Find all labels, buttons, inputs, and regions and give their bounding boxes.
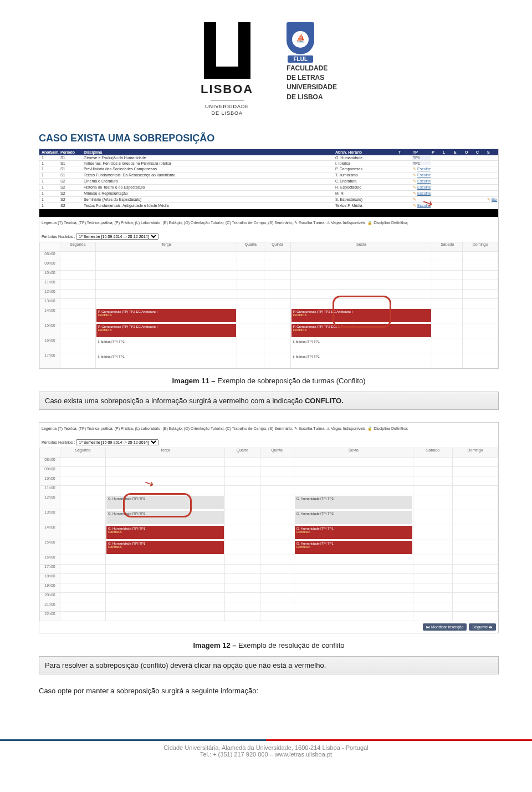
day-header: Sábado (432, 242, 463, 251)
calendar-cell (432, 338, 463, 353)
calendar-cell (225, 476, 260, 485)
s-cell (486, 156, 497, 160)
class-block[interactable]: G. Humanidade [TP] TP2 (295, 496, 412, 509)
class-block[interactable]: I. Ibérica [TP] TP1 (96, 339, 236, 352)
calendar-cell (225, 602, 260, 611)
calendar-cell (294, 592, 413, 602)
hour-cell: 22h00 (40, 611, 60, 621)
calendar-cell (95, 280, 237, 289)
calendar-cell (290, 261, 432, 270)
class-block-conflict[interactable]: P. Camponesas [TP] TP2 EC Anfiteatro ICo… (291, 309, 431, 322)
s-cell (486, 191, 497, 196)
calendar-cell: P. Camponesas [TP] TP2 EC Anfiteatro ICo… (95, 323, 237, 338)
s-cell[interactable]: ✎Escolher (486, 197, 497, 202)
flul-shield-icon (287, 22, 314, 54)
calendar-cell (225, 583, 260, 592)
class-block-conflict[interactable]: G. Humanidade [TP] TP1Conflito⚠ (106, 541, 224, 554)
calendar-cell (237, 308, 264, 323)
calendar-cell (413, 466, 453, 476)
period-select[interactable]: 1º Semestre [15-09-2014 -> 20-12-2014] (76, 233, 158, 240)
day-header: Segunda (60, 242, 96, 251)
calendar-cell (60, 353, 96, 368)
calendar-cell (60, 611, 106, 621)
class-block-conflict[interactable]: G. Humanidade [TP] TP1Conflito⚠ (106, 526, 224, 539)
button-bar: ⏮ Modificar Inscrição Seguinte ⏭ (39, 621, 498, 633)
hour-cell: 20h00 (40, 592, 60, 602)
table-row: 1S1Textos Fundamentais: Da Renascença ao… (39, 172, 498, 179)
hour-cell: 15h00 (40, 323, 60, 338)
hour-cell: 14h00 (40, 308, 60, 323)
calendar-cell (413, 583, 453, 592)
day-header: Domingo (463, 242, 498, 251)
tp-cell[interactable]: ✎Escolher (412, 167, 431, 171)
calendar-cell (237, 289, 264, 298)
hour-cell: 17h00 (40, 353, 60, 368)
class-block[interactable]: I. Ibérica [TP] TP1 (291, 354, 431, 367)
calendar-cell (60, 583, 106, 592)
calendar-cell (264, 270, 290, 280)
class-block-conflict[interactable]: G. Humanidade [TP] TP1Conflito⚠ (295, 541, 412, 554)
calendar-cell (432, 261, 463, 270)
calendar-cell (264, 280, 290, 289)
class-block-conflict[interactable]: P. Camponesas [TP] TP2 EC Anfiteatro ICo… (96, 324, 236, 337)
tp-cell[interactable]: ✎Escolher (412, 185, 431, 190)
flul-line2: DE LETRAS (287, 74, 324, 82)
tp-cell: TP1 (412, 161, 431, 165)
class-block[interactable]: G. Humanidade [TP] TP2 (106, 511, 224, 524)
calendar-cell (432, 353, 463, 368)
class-block[interactable]: I. Ibérica [TP] TP1 (291, 339, 431, 352)
calendar-cell (413, 495, 453, 510)
calendar-cell (413, 573, 453, 583)
hour-cell: 18h00 (40, 573, 60, 583)
class-block-conflict[interactable]: P. Camponesas [TP] TP2 EC Anfiteatro ICo… (291, 324, 431, 337)
tp-cell[interactable]: ✎Escolher (412, 173, 431, 177)
calendar-cell (60, 592, 106, 602)
period-select-2[interactable]: 1º Semestre [15-09-2014 -> 20-12-2014] (76, 439, 158, 445)
th-periodo: Período (59, 150, 83, 154)
s-cell (486, 173, 497, 177)
calendar-cell (264, 289, 290, 298)
calendar-cell (105, 476, 224, 485)
calendar-cell (60, 280, 96, 289)
ship-icon (292, 31, 309, 48)
modify-button[interactable]: ⏮ Modificar Inscrição (423, 623, 467, 631)
day-header (40, 242, 60, 251)
calendar-cell (453, 466, 498, 476)
day-header: Terça (95, 242, 237, 251)
calendar-cell: P. Camponesas [TP] TP2 EC Anfiteatro ICo… (290, 308, 432, 323)
calendar-cell (105, 564, 224, 573)
class-block-conflict[interactable]: G. Humanidade [TP] TP1Conflito⚠ (295, 526, 412, 539)
calendar-cell (60, 485, 106, 495)
hour-cell: 11h00 (40, 485, 60, 495)
calendar-cell (453, 564, 498, 573)
calendar-cell (264, 261, 290, 270)
calendar-cell (453, 495, 498, 510)
calendar-cell (60, 298, 96, 308)
calendar-cell (260, 573, 294, 583)
tp-cell[interactable]: ✎Escolher (412, 179, 431, 184)
calendar-cell (60, 457, 106, 466)
calendar-cell (225, 485, 260, 495)
next-button[interactable]: Seguinte ⏭ (469, 623, 496, 631)
calendar-2: SegundaTerçaQuartaQuintaSextaSábadoDomin… (39, 448, 498, 621)
th-tp: TP (412, 150, 431, 154)
day-header: Domingo (453, 448, 498, 457)
calendar-cell (294, 602, 413, 611)
hour-cell: 21h00 (40, 602, 60, 611)
calendar-cell: G. Humanidade [TP] TP1Conflito⚠ (294, 525, 413, 540)
class-block-conflict[interactable]: P. Camponesas [TP] TP2 EC Anfiteatro ICo… (96, 309, 236, 322)
calendar-cell (237, 270, 264, 280)
hour-cell: 12h00 (40, 495, 60, 510)
calendar-cell (463, 251, 498, 261)
calendar-cell (453, 592, 498, 602)
class-block[interactable]: G. Humanidade [TP] TP2 (106, 496, 224, 509)
calendar-cell (60, 510, 106, 525)
calendar-cell (413, 510, 453, 525)
class-block[interactable]: I. Ibérica [TP] TP1 (96, 354, 236, 367)
calendar-cell (453, 485, 498, 495)
class-block[interactable]: G. Humanidade [TP] TP2 (295, 511, 412, 524)
calendar-cell (105, 457, 224, 466)
calendar-cell (225, 525, 260, 540)
calendar-cell (453, 602, 498, 611)
calendar-cell (237, 323, 264, 338)
